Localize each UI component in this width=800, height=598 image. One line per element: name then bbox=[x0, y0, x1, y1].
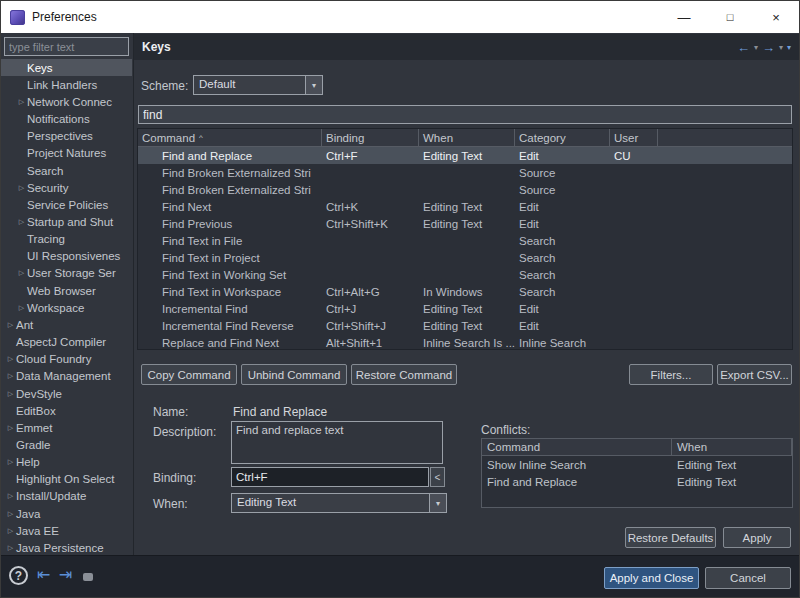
key-binding-row[interactable]: Find PreviousCtrl+Shift+KEditing TextEdi… bbox=[138, 215, 792, 232]
key-binding-row[interactable]: Find Text in ProjectSearch bbox=[138, 249, 792, 266]
key-binding-row[interactable]: Find Broken Externalized StriSource bbox=[138, 164, 792, 181]
view-menu-icon[interactable]: ▾ bbox=[787, 43, 791, 52]
forward-icon[interactable]: → bbox=[762, 40, 775, 55]
sidebar-item[interactable]: ▷Startup and Shut bbox=[1, 213, 132, 230]
sidebar-item[interactable]: ▷Java bbox=[1, 505, 132, 522]
expand-arrow-icon[interactable]: ▷ bbox=[5, 510, 16, 518]
column-header[interactable]: Command^ bbox=[138, 129, 322, 146]
chevron-down-icon[interactable]: ▾ bbox=[429, 494, 446, 512]
expand-arrow-icon[interactable]: ▷ bbox=[16, 184, 27, 192]
sidebar-item-label: Keys bbox=[27, 62, 53, 74]
conflict-row[interactable]: Show Inline SearchEditing Text bbox=[482, 456, 792, 473]
expand-arrow-icon[interactable]: ▷ bbox=[5, 458, 16, 466]
maximize-button[interactable]: □ bbox=[707, 1, 753, 33]
preference-recorder-icon[interactable] bbox=[83, 573, 93, 581]
import-preferences-icon[interactable]: ⇤ bbox=[37, 565, 50, 584]
copy-command-button[interactable]: Copy Command bbox=[141, 364, 237, 385]
sidebar-item[interactable]: ▷Workspace bbox=[1, 299, 132, 316]
expand-arrow-icon[interactable]: ▷ bbox=[5, 527, 16, 535]
key-binding-row[interactable]: Find and ReplaceCtrl+FEditing TextEditCU bbox=[138, 147, 792, 164]
key-binding-row[interactable]: Incremental Find ReverseCtrl+Shift+JEdit… bbox=[138, 317, 792, 334]
expand-arrow-icon[interactable]: ▷ bbox=[5, 390, 16, 398]
close-button[interactable]: × bbox=[753, 1, 799, 33]
sidebar-item[interactable]: Project Natures bbox=[1, 145, 132, 162]
sidebar-item[interactable]: Highlight On Select bbox=[1, 471, 132, 488]
filters-button[interactable]: Filters... bbox=[629, 364, 713, 385]
back-icon[interactable]: ← bbox=[737, 40, 750, 55]
sidebar-item[interactable]: UI Responsivenes bbox=[1, 248, 132, 265]
binding-expand-button[interactable]: < bbox=[430, 467, 445, 487]
sidebar-item[interactable]: ▷User Storage Ser bbox=[1, 265, 132, 282]
column-header[interactable]: Binding bbox=[322, 129, 419, 146]
minimize-button[interactable]: — bbox=[661, 1, 707, 33]
key-binding-row[interactable]: Replace and Find NextAlt+Shift+1Inline S… bbox=[138, 334, 792, 350]
sidebar-item[interactable]: Gradle bbox=[1, 436, 132, 453]
sidebar-item[interactable]: ▷Java Persistence bbox=[1, 539, 132, 556]
help-icon[interactable]: ? bbox=[9, 566, 28, 585]
sidebar-item[interactable]: Web Browser bbox=[1, 282, 132, 299]
restore-command-button[interactable]: Restore Command bbox=[351, 364, 457, 385]
key-binding-cell: Search bbox=[515, 269, 610, 281]
apply-button[interactable]: Apply bbox=[723, 527, 791, 548]
sidebar-item[interactable]: ▷Security bbox=[1, 179, 132, 196]
sidebar-filter-input[interactable] bbox=[4, 37, 129, 56]
expand-arrow-icon[interactable]: ▷ bbox=[5, 424, 16, 432]
scheme-combo[interactable]: Default ▾ bbox=[193, 75, 323, 95]
conflicts-column-header[interactable]: When bbox=[672, 439, 792, 455]
sidebar-item[interactable]: Perspectives bbox=[1, 128, 132, 145]
expand-arrow-icon[interactable]: ▷ bbox=[5, 544, 16, 552]
expand-arrow-icon[interactable]: ▷ bbox=[5, 372, 16, 380]
binding-input[interactable] bbox=[231, 467, 429, 487]
expand-arrow-icon[interactable]: ▷ bbox=[16, 218, 27, 226]
key-binding-cell: Editing Text bbox=[419, 150, 515, 162]
conflict-row[interactable]: Find and ReplaceEditing Text bbox=[482, 473, 792, 490]
unbind-command-button[interactable]: Unbind Command bbox=[241, 364, 347, 385]
description-textarea[interactable]: Find and replace text bbox=[231, 421, 443, 464]
expand-arrow-icon[interactable]: ▷ bbox=[16, 98, 27, 106]
back-history-menu-icon[interactable]: ▾ bbox=[754, 43, 758, 52]
forward-history-menu-icon[interactable]: ▾ bbox=[779, 43, 783, 52]
sidebar-item[interactable]: Search bbox=[1, 162, 132, 179]
sidebar-item[interactable]: Service Policies bbox=[1, 196, 132, 213]
expand-arrow-icon[interactable]: ▷ bbox=[5, 321, 16, 329]
sidebar-item[interactable]: ▷Emmet bbox=[1, 419, 132, 436]
sidebar-item[interactable]: Keys bbox=[1, 59, 132, 76]
sidebar-item-label: Highlight On Select bbox=[16, 473, 114, 485]
apply-and-close-button[interactable]: Apply and Close bbox=[604, 567, 699, 589]
key-binding-row[interactable]: Find Broken Externalized StriSource bbox=[138, 181, 792, 198]
cancel-button[interactable]: Cancel bbox=[705, 567, 791, 589]
expand-arrow-icon[interactable]: ▷ bbox=[16, 304, 27, 312]
column-header[interactable]: Category bbox=[515, 129, 610, 146]
sidebar-item[interactable]: Link Handlers bbox=[1, 76, 132, 93]
expand-arrow-icon[interactable]: ▷ bbox=[5, 355, 16, 363]
column-header[interactable]: When bbox=[419, 129, 515, 146]
export-csv-button[interactable]: Export CSV... bbox=[717, 364, 792, 385]
column-header[interactable]: User bbox=[610, 129, 658, 146]
sidebar-item[interactable]: ▷Network Connec bbox=[1, 93, 132, 110]
sidebar-item[interactable]: Tracing bbox=[1, 231, 132, 248]
restore-defaults-button[interactable]: Restore Defaults bbox=[625, 527, 716, 548]
key-binding-row[interactable]: Find Text in WorkspaceCtrl+Alt+GIn Windo… bbox=[138, 283, 792, 300]
sidebar-item[interactable]: Notifications bbox=[1, 110, 132, 127]
key-filter-input[interactable] bbox=[138, 105, 792, 124]
conflicts-column-header[interactable]: Command bbox=[482, 439, 672, 455]
chevron-down-icon[interactable]: ▾ bbox=[305, 76, 322, 94]
key-binding-row[interactable]: Find NextCtrl+KEditing TextEdit bbox=[138, 198, 792, 215]
sidebar-item[interactable]: ▷Java EE bbox=[1, 522, 132, 539]
sidebar-item[interactable]: EditBox bbox=[1, 402, 132, 419]
sidebar-item[interactable]: ▷DevStyle bbox=[1, 385, 132, 402]
sidebar-item[interactable]: ▷Help bbox=[1, 454, 132, 471]
key-binding-row[interactable]: Find Text in Working SetSearch bbox=[138, 266, 792, 283]
sidebar-item[interactable]: AspectJ Compiler bbox=[1, 334, 132, 351]
sidebar-item[interactable]: ▷Cloud Foundry bbox=[1, 351, 132, 368]
sidebar-item[interactable]: ▷Ant bbox=[1, 316, 132, 333]
when-combo[interactable]: Editing Text ▾ bbox=[231, 493, 447, 513]
expand-arrow-icon[interactable]: ▷ bbox=[16, 269, 27, 277]
key-binding-row[interactable]: Incremental FindCtrl+JEditing TextEdit bbox=[138, 300, 792, 317]
export-preferences-icon[interactable]: ⇥ bbox=[59, 565, 72, 584]
expand-arrow-icon[interactable]: ▷ bbox=[5, 492, 16, 500]
sidebar-item[interactable]: ▷Data Management bbox=[1, 368, 132, 385]
key-binding-row[interactable]: Find Text in FileSearch bbox=[138, 232, 792, 249]
key-binding-cell: Edit bbox=[515, 201, 610, 213]
sidebar-item[interactable]: ▷Install/Update bbox=[1, 488, 132, 505]
